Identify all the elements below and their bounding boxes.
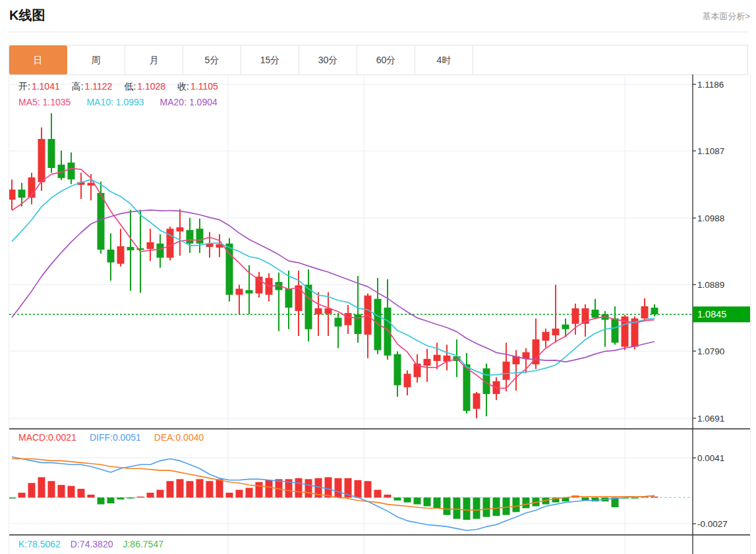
macd-histogram-bar xyxy=(38,477,45,497)
close-label: 收: xyxy=(177,81,189,92)
macd-histogram-bar xyxy=(107,497,115,503)
macd-histogram-bar xyxy=(58,485,65,497)
open-item: 开:1.1041 xyxy=(18,81,60,93)
candle-body xyxy=(68,163,75,180)
macd-histogram-bar xyxy=(325,477,332,497)
macd-histogram-bar xyxy=(404,497,411,502)
macd-histogram-bar xyxy=(216,479,223,497)
macd-histogram-bar xyxy=(444,497,451,514)
high-item: 高:1.1122 xyxy=(72,81,113,93)
tab-5分[interactable]: 5分 xyxy=(183,45,241,74)
macd-tick-label: -0.0027 xyxy=(697,519,728,529)
macd-histogram-bar xyxy=(473,497,480,518)
ma5-legend-value: MA5: 1.1035 xyxy=(18,97,71,107)
price-tick-label: 1.0889 xyxy=(697,280,724,290)
macd-histogram-bar xyxy=(434,497,441,508)
candle-body xyxy=(177,227,184,231)
candle-body xyxy=(315,308,322,314)
macd-histogram-bar xyxy=(374,490,382,498)
kdj-legend: K:78.5062 D:74.3820 J:86.7547 xyxy=(18,539,163,549)
candle-body xyxy=(38,139,45,182)
candle-body xyxy=(394,354,401,385)
candle-body xyxy=(187,230,194,243)
candle-body xyxy=(404,374,411,387)
macd-histogram-bar xyxy=(187,481,194,497)
macd-histogram-bar xyxy=(651,497,658,497)
tab-周[interactable]: 周 xyxy=(67,45,125,74)
candle-body xyxy=(572,308,579,324)
fundamental-analysis-link[interactable]: 基本面分析> xyxy=(702,11,750,22)
macd-histogram-bar xyxy=(483,497,490,516)
price-tick-label: 1.1087 xyxy=(697,146,724,156)
macd-histogram-bar xyxy=(117,497,125,499)
candle-body xyxy=(117,246,125,264)
candle-body xyxy=(473,393,480,409)
ma20-line xyxy=(12,210,654,362)
price-tick-label: 1.0790 xyxy=(697,346,724,356)
kline-chart-area: 1.11861.10871.09881.08891.07901.06910.00… xyxy=(9,74,751,554)
ohlc-legend: 开:1.1041 高:1.1122 低:1.1028 收:1.1105 xyxy=(18,81,218,93)
candle-body xyxy=(305,285,312,329)
macd-histogram-bar xyxy=(137,497,144,497)
macd-histogram-bar xyxy=(78,489,85,497)
macd-histogram-bar xyxy=(355,480,362,497)
macd-histogram-bar xyxy=(335,478,342,497)
tab-30分[interactable]: 30分 xyxy=(299,45,357,74)
macd-histogram-bar xyxy=(206,481,214,497)
candle-body xyxy=(641,306,649,318)
period-tab-bar: 日周月5分15分30分60分4时 xyxy=(9,45,748,75)
tab-日[interactable]: 日 xyxy=(9,45,67,74)
price-tick-label: 1.0988 xyxy=(697,213,724,223)
macd-histogram-bar xyxy=(88,495,95,497)
tab-4时[interactable]: 4时 xyxy=(415,45,473,74)
macd-histogram-bar xyxy=(9,497,16,498)
high-label: 高: xyxy=(72,81,84,92)
candle-body xyxy=(612,318,619,343)
macd-histogram-bar xyxy=(256,482,263,498)
candle-body xyxy=(552,329,560,335)
macd-histogram-bar xyxy=(305,479,312,497)
high-value: 1.1122 xyxy=(85,81,113,92)
ma20-legend-value: MA20: 1.0904 xyxy=(160,97,218,107)
candle-body xyxy=(562,325,569,329)
candle-body xyxy=(246,290,253,293)
candle-body xyxy=(335,318,342,326)
ma10-line xyxy=(12,180,654,375)
macd-histogram-bar xyxy=(147,493,154,497)
macd-legend-value: MACD:0.0021 xyxy=(18,432,76,443)
d-legend-value: D:74.3820 xyxy=(71,539,113,549)
macd-histogram-bar xyxy=(28,483,36,497)
macd-histogram-bar xyxy=(424,497,431,506)
dea-legend-value: DEA:0.0040 xyxy=(154,432,204,443)
macd-histogram-bar xyxy=(177,479,184,497)
macd-histogram-bar xyxy=(384,495,392,497)
macd-histogram-bar xyxy=(394,497,401,500)
candle-body xyxy=(463,364,471,411)
tab-60分[interactable]: 60分 xyxy=(357,45,415,74)
candle-body xyxy=(127,247,134,250)
macd-histogram-bar xyxy=(68,486,75,498)
candle-body xyxy=(107,250,115,262)
candle-body xyxy=(157,244,164,258)
kline-page: K线图 基本面分析> 日周月5分15分30分60分4时 1.11861.1087… xyxy=(0,0,756,554)
macd-histogram-bar xyxy=(127,497,134,498)
kline-chart-canvas[interactable]: 1.11861.10871.09881.08891.07901.06910.00… xyxy=(9,74,750,554)
candle-body xyxy=(147,242,154,249)
diff-legend-value: DIFF:0.0051 xyxy=(90,432,141,443)
macd-histogram-bar xyxy=(453,497,461,518)
close-value: 1.1105 xyxy=(190,81,218,92)
divider xyxy=(8,32,748,32)
macd-histogram-bar xyxy=(157,490,164,498)
page-title: K线图 xyxy=(9,7,45,24)
diff-line xyxy=(12,457,654,531)
macd-tick-label: 0.0041 xyxy=(697,453,724,463)
candle-body xyxy=(345,313,352,325)
tab-月[interactable]: 月 xyxy=(125,45,183,74)
macd-histogram-bar xyxy=(236,490,243,498)
macd-histogram-bar xyxy=(364,481,372,497)
ma10-legend-value: MA10: 1.0993 xyxy=(86,97,144,107)
candle-body xyxy=(196,229,204,244)
tab-15分[interactable]: 15分 xyxy=(241,45,299,74)
candle-body xyxy=(384,308,392,356)
macd-histogram-bar xyxy=(266,480,273,497)
